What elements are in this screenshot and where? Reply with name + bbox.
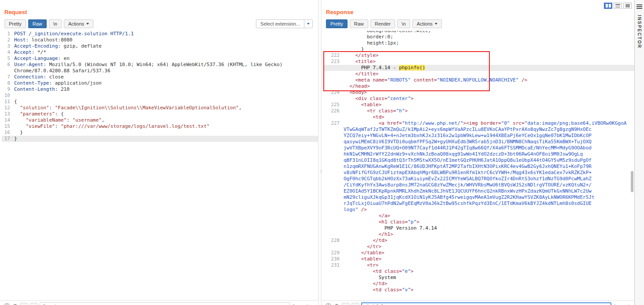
request-pane-title: Request xyxy=(4,9,313,15)
response-code: background-color:#ccc; border:0; height:… xyxy=(323,31,634,293)
line-number xyxy=(323,194,344,201)
code-line: </head> xyxy=(323,83,634,89)
line-number: 227 xyxy=(323,120,344,126)
search-prev-button[interactable]: < xyxy=(342,303,349,305)
code-line: v8sNFifGfG9zCJUFiztmpEXAbqhMgr68LWBPu9R1… xyxy=(323,170,634,176)
tab-actions[interactable]: Actions xyxy=(412,19,442,28)
code-line: 5Accept-Language: en xyxy=(2,56,318,62)
code-line: PHP 7.4.14 - phpinfo() xyxy=(323,65,634,71)
code-line: 224 <body> xyxy=(323,89,634,96)
line-number: 230 xyxy=(323,256,344,262)
search-next-button[interactable]: > xyxy=(352,303,359,305)
line-number xyxy=(323,225,344,231)
search-next-button[interactable]: > xyxy=(30,303,37,305)
code-line: </tr> xyxy=(323,244,634,250)
code-line: 15 "viewFile": "phar:///var/www/storage/… xyxy=(2,123,318,130)
search-help-icon[interactable]: ? xyxy=(325,303,332,305)
line-number xyxy=(323,65,344,71)
line-number: 12 xyxy=(2,105,14,111)
line-number xyxy=(323,207,344,213)
tab-render[interactable]: Render xyxy=(370,19,395,28)
line-number xyxy=(323,46,344,52)
tab-pretty[interactable]: Pretty xyxy=(4,19,26,28)
code-line: 230 <table> xyxy=(323,256,634,262)
line-number: 17 xyxy=(2,136,14,142)
code-line: 231 <tr> xyxy=(323,262,634,268)
code-line: n1zqmRXFNUGAnwKgReW1E1C/86UDJHFKptAT2MP2… xyxy=(323,164,634,170)
search-settings-icon[interactable]: ⚙ xyxy=(12,303,18,305)
tab-label: Raw xyxy=(33,21,42,26)
tab-actions[interactable]: Actions xyxy=(64,19,93,28)
line-number xyxy=(323,231,344,238)
request-search-bar: ? ⚙ < > 0 matches xyxy=(0,300,318,305)
extension-select[interactable]: Select extension... xyxy=(256,19,313,28)
response-editor[interactable]: background-color:#ccc; border:0; height:… xyxy=(322,31,634,300)
code-line: 9Content-Length: 210 xyxy=(2,86,318,93)
code-line: 227 <a href="http://www.php.net/"><img b… xyxy=(323,120,634,126)
tab-pretty[interactable]: Pretty xyxy=(326,19,348,28)
inspector-sidebar[interactable]: INSPECTOR xyxy=(634,0,644,305)
inspector-menu-icon[interactable] xyxy=(637,4,642,10)
tab-label: Pretty xyxy=(330,21,343,26)
code-line: hkN1wCMHN2rWfY22dnWz9+vXchNkJzBoaQ08xqg9… xyxy=(323,151,634,157)
tab-label: Actions xyxy=(68,21,84,26)
code-line: 228 </td> xyxy=(323,238,634,244)
request-search-input[interactable] xyxy=(40,302,290,305)
response-pane-title: Response xyxy=(326,9,629,15)
code-line: <td> xyxy=(323,114,634,120)
code-line: OgF0hc9CGTqbb2kHOzXx73aKiuiymEvZx22ICMYY… xyxy=(323,176,634,182)
code-line: rJqTcLxjOiuaU7hPdN2wFgEEqMzV0aJ6kZtBw95c… xyxy=(323,201,634,207)
search-prev-button[interactable]: < xyxy=(20,303,28,305)
search-help-icon[interactable]: ? xyxy=(4,303,10,305)
line-number xyxy=(323,40,344,46)
code-line: 11{ xyxy=(2,99,318,105)
line-number xyxy=(323,213,344,219)
line-number: 13 xyxy=(2,111,14,117)
line-number: 224 xyxy=(323,89,344,96)
line-number xyxy=(323,126,344,133)
code-line: height:1px; xyxy=(323,40,634,46)
code-line: 223 <title> xyxy=(323,59,634,65)
tab-raw[interactable]: Raw xyxy=(28,19,47,28)
inspector-label: INSPECTOR xyxy=(637,15,642,48)
tab-n[interactable]: \n xyxy=(49,19,62,28)
code-line: } xyxy=(323,46,634,52)
pane-splitter[interactable]: ⋮ xyxy=(318,0,322,305)
tab-label: Pretty xyxy=(9,21,22,26)
scrollbar-thumb[interactable] xyxy=(631,171,633,192)
code-line: Chrome/87.0.4280.88 Safari/537.36 xyxy=(2,68,318,74)
line-number xyxy=(323,170,344,176)
code-line: 4Accept: */* xyxy=(2,49,318,56)
code-line: 1POST /_ignition/execute-solution HTTP/1… xyxy=(2,31,318,37)
code-line: 226 <tr class="h"> xyxy=(323,108,634,114)
line-number xyxy=(323,281,344,287)
chevron-down-icon xyxy=(435,23,437,25)
code-line: PHP Version 7.4.14 xyxy=(323,225,634,231)
line-number: 16 xyxy=(2,130,14,136)
line-number: 10 xyxy=(2,93,14,99)
request-code: 1POST /_ignition/execute-solution HTTP/1… xyxy=(2,31,318,142)
search-settings-icon[interactable]: ⚙ xyxy=(334,303,340,305)
code-line: <div class="center"> xyxy=(323,96,634,102)
line-number xyxy=(323,114,344,120)
line-number xyxy=(323,71,344,77)
tab-raw[interactable]: Raw xyxy=(350,19,368,28)
code-line: </h1> xyxy=(323,231,634,238)
request-editor[interactable]: 1POST /_ignition/execute-solution HTTP/1… xyxy=(0,31,318,300)
tab-n[interactable]: \n xyxy=(397,19,410,28)
tab-label: \n xyxy=(53,21,57,26)
code-line: 16 } xyxy=(2,130,318,136)
code-line: 8Content-Type: application/json xyxy=(2,80,318,86)
line-number: 228 xyxy=(323,238,344,244)
response-search-input[interactable] xyxy=(361,302,611,305)
code-line: mN29cliguXJkqGp31jqKcdX1OiN1yKJ5ABfg45rw… xyxy=(323,194,634,201)
line-number: 6 xyxy=(2,62,14,68)
chevron-down-icon xyxy=(304,20,312,28)
code-line: border:0; xyxy=(323,34,634,40)
line-number xyxy=(323,145,344,151)
code-line: VTwGAqWTafJzTWTKZmQuZ/k1MpAi2+eys6mpWfVa… xyxy=(323,126,634,133)
response-scrollbar[interactable] xyxy=(630,31,634,300)
code-line: System xyxy=(323,275,634,281)
code-line: logo" /> xyxy=(323,207,634,213)
line-number xyxy=(323,268,344,275)
